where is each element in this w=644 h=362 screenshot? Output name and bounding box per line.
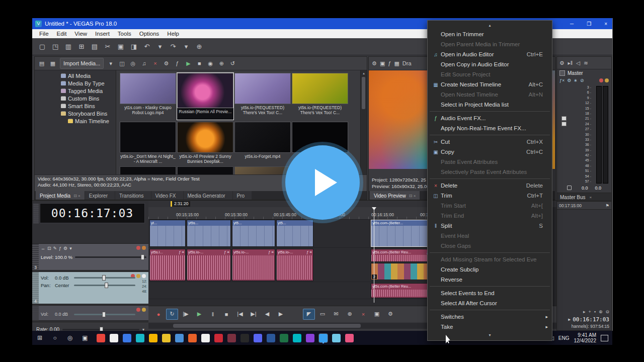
redo-icon[interactable]: ↷: [167, 41, 179, 53]
grid-overlay-icon[interactable]: ▦: [394, 60, 399, 67]
context-menu-item[interactable]: [428, 177, 552, 180]
context-menu-item[interactable]: Open Nested Timeline Alt+N: [428, 89, 552, 100]
panel-tab[interactable]: Media Generator: [184, 191, 232, 200]
scrollbar-thumb[interactable]: [173, 324, 361, 328]
context-menu-item[interactable]: Selectively Paste Event Attributes: [428, 167, 552, 177]
record-button[interactable]: ●: [152, 309, 165, 320]
context-menu-item[interactable]: Paste Event Attributes: [428, 157, 552, 167]
timeline-audio-clip[interactable]: yt5s.i...ƒ ≡: [149, 249, 186, 281]
stop-button[interactable]: ■: [220, 309, 232, 320]
menu-item[interactable]: Insert: [91, 31, 114, 37]
taskbar-app-icon[interactable]: [227, 334, 236, 342]
context-menu-item[interactable]: Switches ▸: [428, 312, 552, 322]
stop-preview-icon[interactable]: ■: [194, 58, 204, 68]
clip-fx-icons[interactable]: ƒ ≡: [224, 250, 229, 254]
undo-dropdown-icon[interactable]: ▾: [154, 41, 166, 53]
preview-fx-icon[interactable]: ƒ: [388, 60, 391, 66]
dropdown-icon[interactable]: ▾: [106, 58, 116, 68]
timecode-grip[interactable]: [33, 203, 39, 223]
media-thumbnail[interactable]: yt5s.io-(REQUESTED) There's Vex Too! C..…: [292, 73, 348, 116]
volume-slider[interactable]: [74, 314, 135, 315]
remove-media-icon[interactable]: ×: [150, 58, 160, 68]
menu-scroll-up[interactable]: ▴: [428, 22, 552, 29]
quality-label[interactable]: Dra: [403, 60, 412, 66]
tree-item[interactable]: Tagged Media: [35, 87, 116, 95]
play-button[interactable]: ▶: [193, 309, 205, 320]
context-menu-item[interactable]: Close Gaps: [428, 241, 552, 251]
taskbar-app-icon[interactable]: [293, 334, 301, 342]
lock-icon[interactable]: [567, 186, 572, 190]
taskbar-app-icon[interactable]: [280, 334, 288, 342]
rate-slider[interactable]: [62, 329, 139, 330]
media-thumbnail[interactable]: yt5s.io-_Don't Mine At Night_ - A Minecr…: [120, 122, 176, 164]
context-menu-item[interactable]: ◫ Trim Ctrl+T: [428, 191, 552, 201]
dropdown-icon[interactable]: ▾: [69, 246, 72, 251]
menu-item[interactable]: Tools: [114, 31, 135, 37]
clock[interactable]: 9:41 AM 12/4/2022: [574, 332, 597, 344]
minimize-button[interactable]: ─: [570, 21, 574, 27]
add-icon[interactable]: +: [588, 309, 591, 314]
timeline-video-clip[interactable]: yt5s.com-(Better...: [371, 220, 430, 247]
extract-audio-icon[interactable]: ♫: [139, 58, 149, 68]
tree-item[interactable]: Smart Bins: [35, 102, 116, 110]
mute-solo-dot[interactable]: [142, 274, 146, 278]
tab-master-bus[interactable]: Master Bus ×: [557, 193, 611, 201]
timeline-marker[interactable]: 2:31:20: [171, 201, 190, 207]
context-menu-item[interactable]: [428, 110, 552, 113]
master-fx-icon[interactable]: ƒ×: [559, 78, 565, 83]
close-button[interactable]: ×: [604, 21, 607, 27]
insert-bus-icon[interactable]: ▸‖: [568, 60, 573, 66]
project-properties-icon[interactable]: ⊞: [75, 41, 88, 53]
menu-item[interactable]: Help: [163, 31, 183, 37]
volume-slider[interactable]: [74, 277, 135, 279]
taskbar-app-icon[interactable]: [306, 334, 314, 342]
mute-solo-dot[interactable]: [136, 246, 140, 250]
tree-item[interactable]: Custom Bins: [35, 95, 116, 102]
timeline-audio-clip[interactable]: yt5s.io-...ƒ ≡: [232, 249, 275, 281]
context-menu-item[interactable]: Open Copy in Audio Editor: [428, 59, 552, 69]
tab-close-icon[interactable]: ×: [590, 195, 592, 200]
meter-options-icon[interactable]: ≋: [584, 60, 588, 66]
media-thumbnail[interactable]: [234, 166, 291, 174]
media-thumbnail[interactable]: [120, 166, 176, 174]
media-scrollbar[interactable]: ▴: [360, 70, 367, 174]
cut-icon[interactable]: ✂: [102, 41, 114, 53]
timeline-audio-clip[interactable]: yt5s.com-(Better Reu...ƒ: [371, 249, 430, 262]
mute-output-icon[interactable]: ◁: [576, 60, 580, 66]
normal-edit-tool-button[interactable]: ◤: [303, 309, 315, 320]
context-menu-item[interactable]: Select in Project Media list: [428, 100, 552, 110]
taskbar-app-icon[interactable]: [214, 334, 223, 342]
search-media-icon[interactable]: ⊕: [216, 58, 226, 68]
meter-button[interactable]: [561, 116, 567, 121]
panel-tab[interactable]: Explorer: [85, 191, 115, 200]
go-to-end-button[interactable]: ▶|: [248, 309, 260, 320]
context-menu-item[interactable]: [428, 308, 552, 312]
scroll-up-icon[interactable]: ▴: [361, 70, 367, 76]
context-menu-item[interactable]: Take ▸: [428, 322, 552, 332]
clip-fx-icons[interactable]: ƒ ≡: [268, 250, 274, 254]
auto-preview-icon[interactable]: ◉: [205, 58, 215, 68]
timeline-video-clip[interactable]: yt5...: [232, 220, 275, 247]
media-thumbnail[interactable]: yt5s.io-All Preview 2 Sunny Bunnies Deep…: [177, 122, 233, 164]
refresh-icon[interactable]: ↺: [227, 58, 237, 68]
slider-thumb[interactable]: [102, 275, 106, 281]
context-menu-item[interactable]: Open Parent Media in Trimmer: [428, 39, 552, 49]
get-photo-icon[interactable]: ◎: [128, 58, 138, 68]
expand-tracks-icon[interactable]: ▸: [583, 309, 586, 314]
context-menu-item[interactable]: Edit Source Project: [428, 69, 552, 79]
timeline-video-clip[interactable]: yt5s...: [187, 220, 231, 247]
timeline-video-clip[interactable]: yt5...: [276, 220, 313, 247]
tab-video-preview[interactable]: Video Preview ⊡ ×: [370, 191, 420, 200]
context-menu-item[interactable]: Trim End Alt+]: [428, 211, 552, 221]
language-indicator[interactable]: ENG: [558, 335, 570, 341]
context-menu-item[interactable]: Create Subclip: [428, 264, 552, 275]
track-motion-icon[interactable]: ⊡: [47, 246, 51, 251]
render-as-icon[interactable]: ▤: [89, 41, 101, 53]
media-thumbnail[interactable]: Russian (Remix All Previe...: [177, 73, 233, 120]
loop-playback-button[interactable]: ↻: [166, 309, 178, 320]
status-dot[interactable]: [605, 78, 609, 82]
media-thumbnail[interactable]: yt5s.io-(REQUESTED) There's Vex Too! C..…: [234, 73, 291, 116]
tree-item[interactable]: Media By Type: [35, 79, 116, 87]
menu-item[interactable]: Edit: [53, 31, 71, 37]
timeline-audio-clip[interactable]: yt5s.com-(Better Reu...: [371, 283, 430, 298]
